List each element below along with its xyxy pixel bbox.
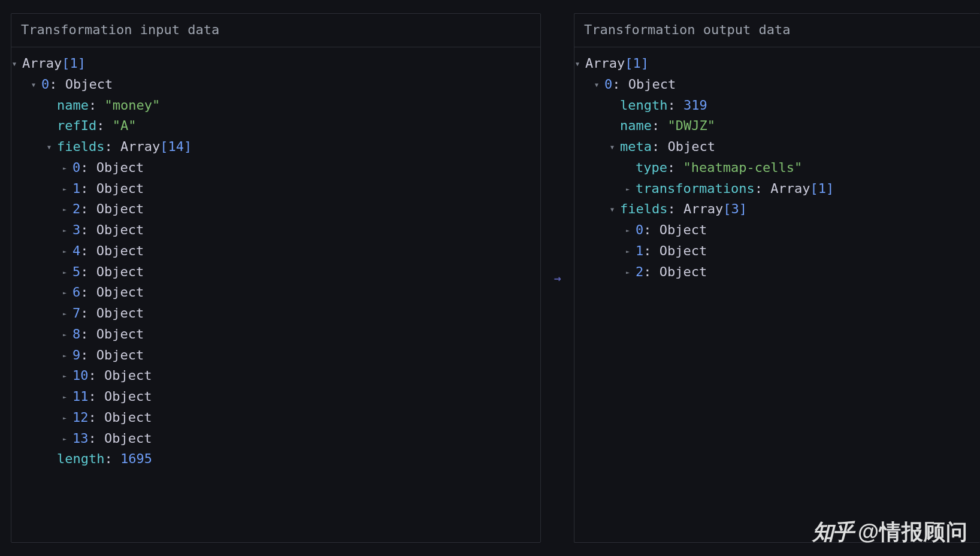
tree-node-item-0[interactable]: 0: Object [580, 74, 974, 95]
tree-node-length[interactable]: length: 1695 [17, 449, 534, 470]
tree-node-meta-type[interactable]: type: "heatmap-cells" [580, 158, 974, 179]
tree-node-array-root[interactable]: Array[1] [580, 53, 974, 74]
tree-node-item-0[interactable]: 0: Object [17, 74, 534, 95]
tree-node-field-item[interactable]: 13: Object [17, 428, 534, 449]
tree-node-field-item[interactable]: 1: Object [17, 179, 534, 200]
tree-node-field-item[interactable]: 2: Object [580, 262, 974, 283]
tree-node-field-item[interactable]: 1: Object [580, 241, 974, 262]
arrow-right-icon: → [553, 271, 561, 285]
tree-node-refid[interactable]: refId: "A" [17, 116, 534, 137]
tree-node-fields[interactable]: fields: Array[3] [580, 199, 974, 220]
tree-node-field-item[interactable]: 10: Object [17, 365, 534, 386]
panel-divider: → [541, 0, 574, 556]
output-panel-title: Transformation output data [574, 14, 980, 47]
tree-node-transformations[interactable]: transformations: Array[1] [580, 179, 974, 200]
tree-node-field-item[interactable]: 0: Object [580, 220, 974, 241]
tree-node-fields[interactable]: fields: Array[14] [17, 137, 534, 158]
tree-node-name[interactable]: name: "money" [17, 95, 534, 116]
tree-node-field-item[interactable]: 7: Object [17, 303, 534, 324]
tree-node-field-item[interactable]: 5: Object [17, 262, 534, 283]
tree-node-name[interactable]: name: "DWJZ" [580, 116, 974, 137]
tree-node-meta[interactable]: meta: Object [580, 137, 974, 158]
tree-node-field-item[interactable]: 9: Object [17, 345, 534, 366]
tree-node-field-item[interactable]: 8: Object [17, 324, 534, 345]
tree-node-field-item[interactable]: 0: Object [17, 158, 534, 179]
input-panel-title: Transformation input data [11, 14, 540, 47]
tree-node-field-item[interactable]: 12: Object [17, 407, 534, 428]
watermark: 知乎@情报顾问 [812, 518, 968, 547]
tree-node-field-item[interactable]: 11: Object [17, 386, 534, 407]
tree-node-field-item[interactable]: 3: Object [17, 220, 534, 241]
input-panel-body: Array[1] 0: Object name: "money" refId: … [11, 47, 540, 479]
watermark-text: @情报顾问 [858, 519, 968, 544]
tree-node-field-item[interactable]: 2: Object [17, 199, 534, 220]
tree-node-length[interactable]: length: 319 [580, 95, 974, 116]
output-panel: Transformation output data Array[1] 0: O… [574, 13, 980, 543]
tree-node-array-root[interactable]: Array[1] [17, 53, 534, 74]
output-panel-body: Array[1] 0: Object length: 319 name: "DW… [574, 47, 980, 292]
input-panel: Transformation input data Array[1] 0: Ob… [11, 13, 541, 543]
tree-node-field-item[interactable]: 6: Object [17, 282, 534, 303]
zhihu-logo: 知乎 [812, 519, 853, 544]
tree-node-field-item[interactable]: 4: Object [17, 241, 534, 262]
